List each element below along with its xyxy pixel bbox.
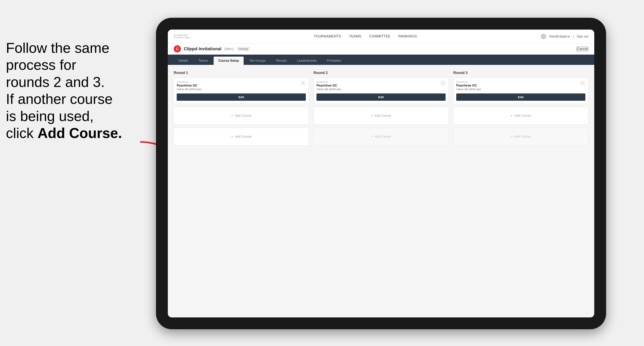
instruction-line5: is being used,: [6, 108, 94, 124]
delete-icon: ×: [442, 81, 444, 85]
tournament-gender: (Men): [224, 47, 234, 51]
tab-details[interactable]: Details: [174, 57, 193, 65]
sign-out-link[interactable]: Sign out: [577, 35, 588, 38]
edit-course-button[interactable]: Edit: [316, 93, 446, 101]
instruction-line6: click Add Course.: [6, 125, 122, 141]
course-label: (Course A): [456, 81, 477, 83]
tournament-logo: C: [174, 45, 181, 52]
instruction-panel: Follow the same process for rounds 2 and…: [6, 39, 128, 142]
nav-links-group: TOURNAMENTS TEAMS COMMITTEE RANKINGS: [314, 34, 417, 38]
tab-teams[interactable]: Teams: [194, 57, 213, 65]
course-label: (Course A): [177, 81, 198, 83]
course-name: Peachtree GC: [456, 84, 477, 87]
course-detail: Yellow (M) (6629 yds): [314, 88, 448, 93]
tab-printables[interactable]: Printables: [322, 57, 346, 65]
nav-rankings[interactable]: RANKINGS: [398, 34, 417, 38]
delete-course-button[interactable]: ×: [440, 81, 446, 86]
add-course-label: Add Course: [514, 135, 531, 138]
instruction-line4: If another course: [6, 91, 112, 107]
course-detail: Yellow (M) (6629 yds): [174, 88, 308, 93]
scoreboard-logo: SCOREBOARD Powered by clippd: [174, 34, 190, 39]
add-course-button-r1-1[interactable]: + Add Course: [174, 107, 309, 125]
separator: |: [573, 35, 574, 38]
tab-leaderboards[interactable]: Leaderboards: [292, 57, 322, 65]
add-course-button-r3-1[interactable]: + Add Course: [453, 107, 588, 125]
plus-icon: +: [371, 114, 373, 118]
nav-tournaments[interactable]: TOURNAMENTS: [314, 34, 341, 38]
tournament-name: Clippd Invitational: [184, 46, 222, 51]
delete-course-button[interactable]: ×: [580, 81, 585, 86]
nav-committee[interactable]: COMMITTEE: [369, 34, 390, 38]
add-course-button-r3-2: + Add Course: [453, 128, 588, 146]
brand-logo-area: SCOREBOARD Powered by clippd: [174, 34, 190, 39]
hosting-badge: Hosting: [237, 47, 250, 51]
brand-name: SCOREBOARD: [174, 34, 190, 36]
course-name: Peachtree GC: [316, 84, 337, 87]
round-2-course-card-0: (Course A) Peachtree GC × Yellow (M) (66…: [314, 78, 448, 104]
tablet-device: SCOREBOARD Powered by clippd TOURNAMENTS…: [156, 18, 606, 329]
add-course-button-r2-2: + Add Course: [314, 128, 448, 146]
instruction-line2: process for: [6, 57, 76, 73]
course-label: (Course A): [316, 81, 337, 83]
tab-results[interactable]: Results: [272, 57, 292, 65]
instruction-line1: Follow the same: [6, 40, 109, 56]
tab-tee-groups[interactable]: Tee Groups: [244, 57, 270, 65]
add-course-label: Add Course: [514, 114, 531, 118]
tournament-info: C Clippd Invitational (Men) Hosting: [174, 45, 250, 52]
add-course-label: Add Course: [235, 135, 252, 138]
round-3-title: Round 3: [453, 71, 588, 75]
user-email: blair@clippd.io: [549, 35, 570, 38]
course-card-header: (Course A) Peachtree GC ×: [454, 78, 588, 88]
round-2-title: Round 2: [314, 71, 448, 75]
course-card-header: (Course A) Peachtree GC ×: [174, 78, 308, 88]
brand-sub: Powered by clippd: [174, 36, 190, 39]
plus-icon: +: [231, 135, 233, 139]
add-course-label: Add Course: [374, 114, 391, 118]
nav-user-area: blair@clippd.io | Sign out: [541, 34, 588, 39]
add-course-button-r1-2[interactable]: + Add Course: [174, 128, 309, 146]
plus-icon: +: [371, 135, 373, 139]
course-detail: Yellow (M) (6629 yds): [454, 88, 588, 93]
cancel-button[interactable]: Cancel: [576, 46, 588, 51]
add-course-label: Add Course: [374, 135, 391, 138]
delete-course-button[interactable]: ×: [301, 81, 306, 86]
plus-icon: +: [510, 114, 513, 118]
edit-course-button[interactable]: Edit: [456, 93, 585, 101]
tab-course-setup[interactable]: Course Setup: [214, 57, 244, 65]
sub-header: C Clippd Invitational (Men) Hosting Canc…: [168, 43, 594, 55]
tablet-screen: SCOREBOARD Powered by clippd TOURNAMENTS…: [168, 29, 594, 317]
delete-icon: ×: [582, 81, 584, 85]
nav-teams[interactable]: TEAMS: [349, 34, 361, 38]
plus-icon: +: [231, 114, 233, 118]
round-3-course-card-0: (Course A) Peachtree GC × Yellow (M) (66…: [453, 78, 588, 104]
delete-icon: ×: [302, 81, 304, 85]
edit-course-button[interactable]: Edit: [177, 93, 306, 101]
round-3-column: Round 3 (Course A) Peachtree GC × Yellow…: [453, 71, 588, 149]
avatar: [541, 34, 546, 39]
top-navigation: SCOREBOARD Powered by clippd TOURNAMENTS…: [168, 29, 594, 43]
course-name: Peachtree GC: [177, 84, 198, 87]
course-card-header: (Course A) Peachtree GC ×: [314, 78, 448, 88]
rounds-grid: Round 1 (Course A) Peachtree GC × Yellow…: [174, 71, 588, 149]
round-1-course-card-0: (Course A) Peachtree GC × Yellow (M) (66…: [174, 78, 309, 104]
main-content: Round 1 (Course A) Peachtree GC × Yellow…: [168, 65, 594, 317]
tabs-bar: Details Teams Course Setup Tee Groups Re…: [168, 55, 594, 65]
round-1-title: Round 1: [174, 71, 309, 75]
round-2-column: Round 2 (Course A) Peachtree GC × Yellow…: [314, 71, 448, 149]
instruction-line3: rounds 2 and 3.: [6, 74, 105, 90]
plus-icon: +: [510, 135, 513, 139]
round-1-column: Round 1 (Course A) Peachtree GC × Yellow…: [174, 71, 309, 149]
add-course-button-r2-1[interactable]: + Add Course: [314, 107, 448, 125]
add-course-label: Add Course: [235, 114, 252, 118]
